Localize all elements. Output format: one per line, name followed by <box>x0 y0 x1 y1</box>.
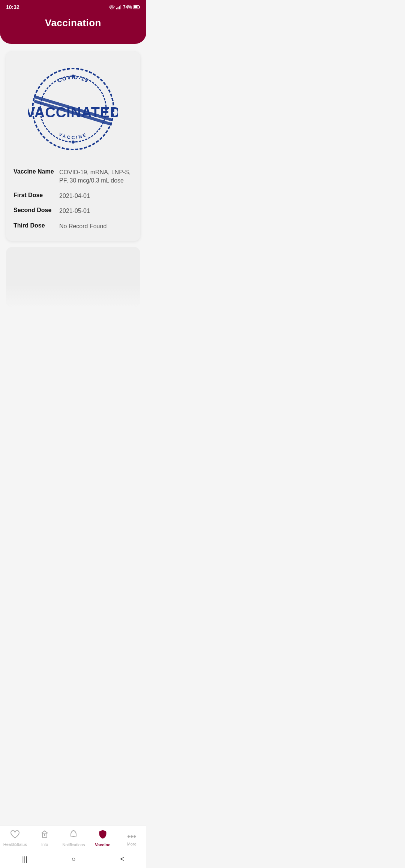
svg-text:VACCINATED: VACCINATED <box>28 105 118 120</box>
svg-rect-2 <box>119 6 120 9</box>
third-dose-row: Third Dose No Record Found <box>14 222 133 230</box>
second-dose-label: Second Dose <box>14 207 55 214</box>
svg-text:COVID-19: COVID-19 <box>57 74 90 84</box>
svg-rect-0 <box>116 8 117 9</box>
svg-rect-5 <box>140 6 140 8</box>
main-content: COVID-19 VACCINE VACCINATED Vaccine Name… <box>0 44 146 314</box>
svg-rect-3 <box>120 5 121 9</box>
vaccine-card: COVID-19 VACCINE VACCINATED Vaccine Name… <box>6 51 140 241</box>
ghost-card <box>6 247 140 307</box>
third-dose-label: Third Dose <box>14 222 55 229</box>
first-dose-value: 2021-04-01 <box>59 192 90 200</box>
status-time: 10:32 <box>6 4 20 10</box>
status-bar: 10:32 74% <box>0 0 146 13</box>
first-dose-row: First Dose 2021-04-01 <box>14 192 133 200</box>
svg-rect-6 <box>134 6 138 8</box>
battery-text: 74% <box>123 4 132 10</box>
first-dose-label: First Dose <box>14 192 55 199</box>
vaccinated-stamp: COVID-19 VACCINE VACCINATED <box>28 64 118 154</box>
vaccine-name-value: COVID-19, mRNA, LNP-S, PF, 30 mcg/0.3 mL… <box>59 168 133 185</box>
stamp-container: COVID-19 VACCINE VACCINATED <box>14 60 133 158</box>
svg-point-10 <box>72 141 75 144</box>
vaccine-info: Vaccine Name COVID-19, mRNA, LNP-S, PF, … <box>14 168 133 230</box>
second-dose-row: Second Dose 2021-05-01 <box>14 207 133 215</box>
third-dose-value: No Record Found <box>59 222 106 230</box>
vaccine-name-row: Vaccine Name COVID-19, mRNA, LNP-S, PF, … <box>14 168 133 185</box>
signal-icon <box>116 5 122 9</box>
page-title: Vaccination <box>0 17 146 29</box>
svg-text:VACCINE: VACCINE <box>58 132 88 140</box>
vaccine-name-label: Vaccine Name <box>14 168 55 175</box>
app-header: Vaccination <box>0 13 146 44</box>
svg-rect-1 <box>117 7 118 9</box>
second-dose-value: 2021-05-01 <box>59 207 90 215</box>
battery-icon <box>134 5 140 9</box>
wifi-icon <box>109 5 115 9</box>
status-icons: 74% <box>109 4 140 10</box>
